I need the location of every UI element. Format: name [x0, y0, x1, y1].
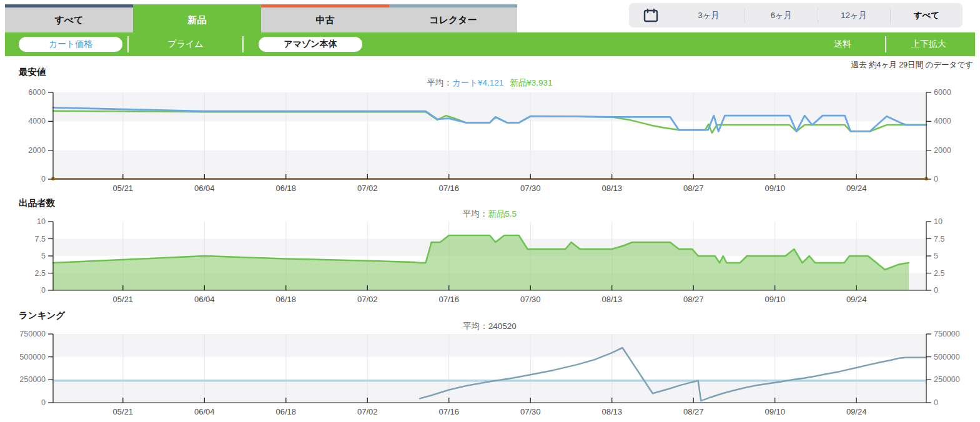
svg-text:2000: 2000: [28, 146, 46, 155]
range-6-months[interactable]: 6ヶ月: [745, 10, 817, 21]
svg-text:10: 10: [934, 217, 943, 226]
condition-tabs: すべて 新品 中古 コレクター: [5, 4, 517, 32]
svg-text:0: 0: [41, 175, 46, 184]
amazon-toggle[interactable]: アマゾン本体: [259, 37, 362, 52]
lowest-price-plot[interactable]: 0020002000400040006000600005/2106/0406/1…: [0, 62, 980, 197]
svg-text:5: 5: [934, 252, 938, 260]
svg-text:09/10: 09/10: [765, 184, 785, 193]
svg-text:0: 0: [41, 398, 46, 407]
svg-text:0: 0: [934, 286, 938, 295]
svg-text:500000: 500000: [19, 353, 46, 361]
svg-text:05/21: 05/21: [113, 184, 134, 193]
range-3-months[interactable]: 3ヶ月: [673, 10, 745, 21]
svg-text:4000: 4000: [934, 117, 951, 125]
svg-text:10: 10: [37, 217, 46, 226]
svg-text:0: 0: [934, 175, 938, 184]
svg-text:06/18: 06/18: [276, 295, 297, 304]
svg-text:750000: 750000: [934, 330, 960, 338]
svg-text:06/18: 06/18: [276, 184, 297, 193]
toolbar-divider: [885, 36, 886, 52]
svg-text:7.5: 7.5: [35, 235, 46, 243]
svg-text:09/10: 09/10: [765, 407, 785, 416]
shipping-toggle[interactable]: 送料: [805, 39, 880, 50]
tab-label: 新品: [133, 7, 261, 32]
svg-text:07/30: 07/30: [520, 184, 541, 193]
svg-text:08/27: 08/27: [683, 184, 704, 193]
svg-text:0: 0: [41, 286, 46, 295]
svg-text:08/13: 08/13: [601, 407, 622, 416]
tab-collector[interactable]: コレクター: [389, 4, 517, 32]
tab-label: すべて: [5, 7, 133, 32]
range-12-months[interactable]: 12ヶ月: [818, 10, 890, 21]
svg-text:07/16: 07/16: [438, 295, 459, 304]
svg-text:08/13: 08/13: [601, 184, 622, 193]
svg-text:6000: 6000: [934, 88, 951, 97]
svg-text:06/04: 06/04: [194, 407, 215, 416]
svg-text:750000: 750000: [19, 330, 46, 338]
svg-text:06/04: 06/04: [194, 295, 215, 304]
svg-text:06/04: 06/04: [194, 184, 215, 193]
tab-new[interactable]: 新品: [133, 4, 261, 32]
toolbar-divider: [242, 36, 244, 52]
prime-toggle[interactable]: プライム: [134, 39, 237, 50]
tab-label: コレクター: [389, 7, 517, 32]
sales-rank-plot[interactable]: 0025000025000050000050000075000075000005…: [0, 307, 980, 422]
svg-text:07/30: 07/30: [520, 407, 541, 416]
svg-text:7.5: 7.5: [934, 235, 944, 243]
svg-text:05/21: 05/21: [113, 407, 134, 416]
svg-text:500000: 500000: [934, 353, 960, 361]
zoom-vertical-toggle[interactable]: 上下拡大: [891, 39, 966, 50]
toolbar-divider: [127, 36, 129, 52]
svg-text:07/16: 07/16: [438, 407, 459, 416]
toolbar-right-group: 送料 上下拡大: [805, 32, 966, 56]
price-tracker-page: すべて 新品 中古 コレクター 3ヶ月 6ヶ月 12ヶ月 すべて: [0, 0, 980, 422]
svg-text:07/30: 07/30: [520, 295, 541, 304]
svg-text:08/27: 08/27: [683, 407, 704, 416]
chart-seller-count: 出品者数 平均：新品5.5 002.52.5557.57.5101005/210…: [0, 197, 980, 307]
cart-price-toggle[interactable]: カート価格: [19, 37, 122, 52]
svg-text:250000: 250000: [19, 375, 46, 384]
svg-text:2.5: 2.5: [934, 269, 944, 278]
svg-text:6000: 6000: [28, 88, 46, 97]
svg-text:250000: 250000: [934, 375, 960, 384]
calendar-icon: [643, 7, 659, 24]
svg-text:06/18: 06/18: [276, 407, 297, 416]
svg-text:09/10: 09/10: [765, 295, 785, 304]
svg-text:5: 5: [41, 252, 46, 260]
range-all[interactable]: すべて: [891, 10, 963, 21]
series-toolbar: カート価格 プライム アマゾン本体 送料 上下拡大: [5, 32, 975, 56]
time-range-selector: 3ヶ月 6ヶ月 12ヶ月 すべて: [629, 3, 963, 27]
chart-lowest-price: 最安値 平均：カート¥4,121新品¥3,931 002000200040004…: [0, 62, 980, 197]
svg-text:09/24: 09/24: [846, 295, 867, 304]
svg-text:4000: 4000: [28, 117, 46, 125]
svg-text:07/16: 07/16: [438, 184, 459, 193]
svg-text:07/02: 07/02: [357, 295, 378, 304]
seller-count-plot[interactable]: 002.52.5557.57.5101005/2106/0406/1807/02…: [0, 197, 980, 307]
svg-text:09/24: 09/24: [846, 184, 867, 193]
svg-text:09/24: 09/24: [846, 407, 867, 416]
svg-text:08/13: 08/13: [601, 295, 622, 304]
svg-text:07/02: 07/02: [357, 184, 378, 193]
svg-text:2000: 2000: [934, 146, 951, 155]
tab-label: 中古: [261, 7, 389, 32]
tab-used[interactable]: 中古: [261, 4, 389, 32]
svg-text:08/27: 08/27: [683, 295, 704, 304]
svg-text:2.5: 2.5: [35, 269, 46, 278]
toolbar-left-group: カート価格 プライム アマゾン本体: [5, 36, 362, 52]
calendar-button[interactable]: [629, 7, 673, 24]
chart-sales-rank: ランキング 平均：240520 002500002500005000005000…: [0, 307, 980, 422]
svg-text:0: 0: [934, 398, 938, 407]
tab-all[interactable]: すべて: [5, 4, 133, 32]
svg-text:07/02: 07/02: [357, 407, 378, 416]
svg-text:05/21: 05/21: [113, 295, 134, 304]
